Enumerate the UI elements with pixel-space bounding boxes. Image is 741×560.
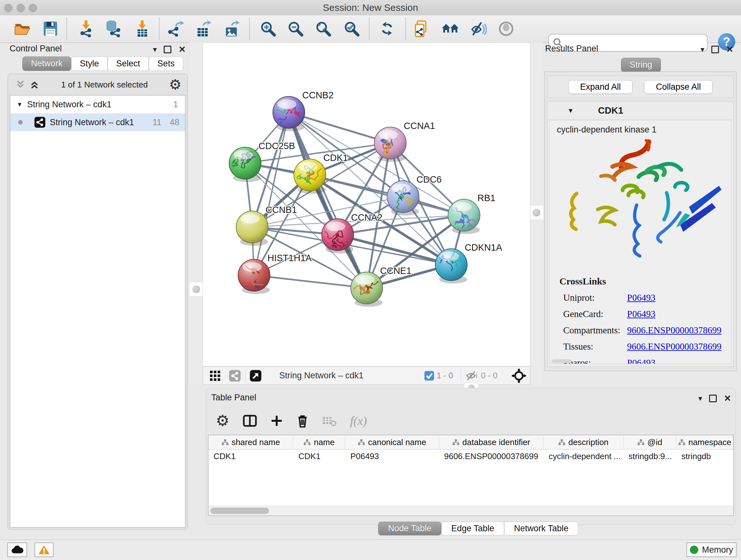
column-header-namespace[interactable]: namespace <box>676 435 733 449</box>
table-panel-close-icon[interactable]: ✕ <box>724 393 731 403</box>
network-overview-icon[interactable] <box>229 370 241 381</box>
network-row-selected[interactable]: String Network – cdk1 11 48 <box>10 113 185 131</box>
open-session-icon[interactable] <box>13 20 31 38</box>
hidden-eye-slash-icon[interactable] <box>466 371 478 381</box>
column-header-shared-name[interactable]: shared name <box>208 435 293 449</box>
tab-sets[interactable]: Sets <box>149 57 183 71</box>
expand-all-button[interactable]: Expand All <box>568 80 633 94</box>
current-network-dot-icon <box>18 120 23 125</box>
crosslink-link[interactable]: 9606.ENSP00000378699 <box>627 325 722 335</box>
crosslink-link[interactable]: P06493 <box>627 293 656 303</box>
results-hscrollbar[interactable] <box>552 359 571 363</box>
results-panel-close-icon[interactable]: ✕ <box>726 44 733 55</box>
table-hscrollbar-thumb[interactable] <box>210 508 269 514</box>
add-column-icon[interactable] <box>270 415 283 427</box>
network-node-CDK1[interactable] <box>294 159 326 194</box>
warnings-button[interactable] <box>35 543 54 557</box>
network-edge-HIST1H1A-CCNE1[interactable] <box>254 275 367 288</box>
network-node-label-CDKN1A: CDKN1A <box>465 242 502 253</box>
export-image-icon[interactable] <box>223 20 241 38</box>
tab-style[interactable]: Style <box>71 57 108 71</box>
left-splitter-handle[interactable] <box>189 282 204 297</box>
birds-eye-view-icon[interactable] <box>497 20 515 38</box>
column-header-database-identifier[interactable]: database identifier <box>439 435 544 449</box>
import-network-database-icon[interactable] <box>105 20 122 38</box>
network-node-CCNB1[interactable] <box>236 211 268 246</box>
show-columns-icon[interactable] <box>243 415 257 427</box>
refresh-view-icon[interactable] <box>378 20 396 38</box>
export-network-icon[interactable] <box>167 20 185 38</box>
column-header--id[interactable]: @id <box>623 435 677 449</box>
network-edge-count: 48 <box>170 118 179 127</box>
network-canvas[interactable]: CCNB2CCNA1CDC25BCDK1CDC6RB1CCNB1CCNA2CDK… <box>203 43 530 367</box>
function-builder-icon[interactable]: f(x) <box>350 414 367 428</box>
tab-select[interactable]: Select <box>108 57 149 71</box>
network-options-gear-icon[interactable]: ⚙ <box>169 80 182 89</box>
delete-column-icon[interactable] <box>296 414 309 428</box>
column-header-canonical-name[interactable]: canonical name <box>345 435 439 449</box>
column-header-name[interactable]: name <box>293 435 345 449</box>
export-table-icon[interactable] <box>194 20 212 38</box>
network-node-CCNA1[interactable] <box>374 127 406 162</box>
zoom-selected-icon[interactable] <box>343 20 360 38</box>
toolbar-separator <box>405 18 406 40</box>
expand-all-networks-icon[interactable] <box>15 80 26 89</box>
memory-button[interactable]: Memory <box>686 543 737 557</box>
table-hscrollbar[interactable] <box>208 506 733 516</box>
right-splitter-handle[interactable] <box>529 205 544 220</box>
collapse-all-button[interactable]: Collapse All <box>644 80 713 94</box>
table-options-gear-icon[interactable]: ⚙ <box>216 414 229 428</box>
tab-network-table[interactable]: Network Table <box>504 522 579 536</box>
crosslink-link[interactable]: 9606.ENSP00000378699 <box>627 341 722 352</box>
show-hide-graphics-icon[interactable] <box>469 20 487 38</box>
delete-table-icon[interactable] <box>322 415 337 427</box>
crosslink-link[interactable]: P06493 <box>627 358 656 364</box>
gene-section-collapse-icon[interactable]: ▾ <box>569 106 572 115</box>
collapse-all-networks-icon[interactable] <box>29 80 40 89</box>
cloud-services-button[interactable] <box>7 543 27 557</box>
import-table-file-icon[interactable] <box>133 20 151 38</box>
control-panel-close-icon[interactable]: ✕ <box>179 44 186 55</box>
results-panel-float-icon[interactable] <box>711 46 719 53</box>
network-node-CDC6[interactable] <box>387 181 419 215</box>
network-node-CCNB2[interactable] <box>269 97 305 131</box>
save-session-icon[interactable] <box>42 20 59 38</box>
network-collection-row[interactable]: ▾ String Network – cdk1 1 <box>10 96 185 113</box>
selected-checkbox-icon[interactable] <box>424 371 434 381</box>
table-row[interactable]: CDK1CDK1P064939606.ENSP00000378699cyclin… <box>208 449 733 463</box>
clone-network-icon[interactable] <box>413 20 431 38</box>
string-home-icon[interactable] <box>441 20 459 38</box>
right-splitter[interactable] <box>530 43 542 385</box>
crosslink-link[interactable]: P06493 <box>627 309 656 319</box>
control-panel-float-icon[interactable] <box>164 46 172 53</box>
crosslink-label: Compartments: <box>563 325 627 335</box>
results-tab-string[interactable]: String <box>621 58 661 72</box>
detach-view-icon[interactable] <box>250 370 261 381</box>
zoom-in-icon[interactable] <box>259 20 277 38</box>
zoom-out-icon[interactable] <box>286 20 305 38</box>
network-node-label-CCNE1: CCNE1 <box>380 266 411 276</box>
network-node-label-CCNB2: CCNB2 <box>302 90 333 100</box>
network-node-RB1[interactable] <box>448 199 480 234</box>
tab-network[interactable]: Network <box>22 57 71 71</box>
toolbar-separator <box>249 18 250 40</box>
memory-status-dot <box>690 546 698 554</box>
network-node-HIST1H1A[interactable] <box>238 259 270 294</box>
zoom-fit-content-icon[interactable] <box>314 20 332 38</box>
tab-node-table[interactable]: Node Table <box>378 522 441 536</box>
column-header-description[interactable]: description <box>543 435 623 449</box>
results-panel-collapse-icon[interactable]: ▾ <box>700 45 704 54</box>
table-panel-float-icon[interactable] <box>709 395 717 402</box>
pan-crosshair-icon[interactable] <box>512 368 526 383</box>
table-panel-collapse-icon[interactable]: ▾ <box>698 394 702 403</box>
tab-edge-table[interactable]: Edge Table <box>441 522 504 536</box>
crosslink-row: GeneCard:P06493 <box>563 309 731 319</box>
collection-expand-icon[interactable]: ▾ <box>18 100 21 109</box>
network-node-CDC25B[interactable] <box>229 147 261 182</box>
grid-view-icon[interactable] <box>209 370 221 381</box>
network-node-CCNE1[interactable] <box>347 272 383 307</box>
left-splitter[interactable] <box>189 43 203 385</box>
import-network-file-icon[interactable] <box>77 20 95 38</box>
network-edge-CCNB2-HIST1H1A[interactable] <box>254 112 289 275</box>
control-panel-collapse-icon[interactable]: ▾ <box>153 45 157 54</box>
